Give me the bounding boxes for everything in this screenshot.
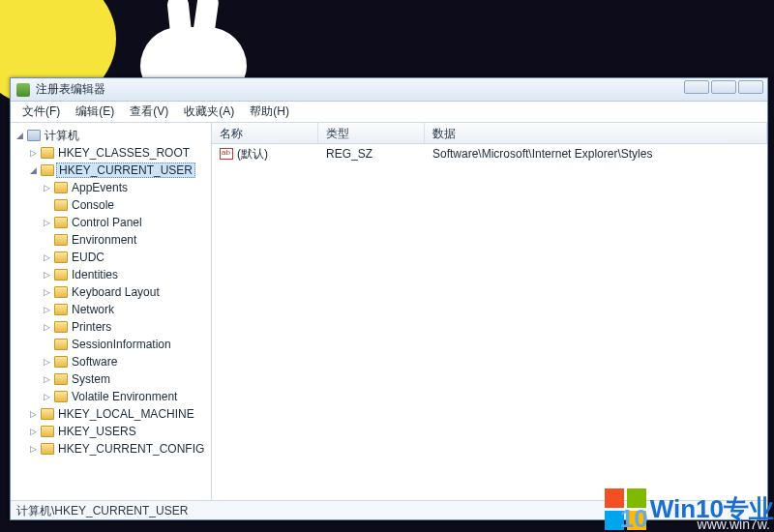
tree-node-hku[interactable]: ▷HKEY_USERS bbox=[26, 423, 209, 440]
folder-icon bbox=[54, 286, 68, 298]
tree-node-printers[interactable]: ▷Printers bbox=[40, 318, 209, 336]
expand-icon[interactable]: ▷ bbox=[42, 252, 52, 263]
expand-icon[interactable]: ▷ bbox=[42, 374, 52, 385]
menu-favorites[interactable]: 收藏夹(A) bbox=[178, 102, 240, 122]
regedit-window: 注册表编辑器 文件(F) 编辑(E) 查看(V) 收藏夹(A) 帮助(H) ◢ bbox=[10, 77, 768, 520]
expand-icon[interactable]: ▷ bbox=[42, 270, 52, 281]
collapse-icon[interactable]: ◢ bbox=[15, 131, 25, 141]
minimize-button[interactable] bbox=[684, 80, 709, 94]
tree-node-network[interactable]: ▷Network bbox=[40, 301, 209, 318]
tree-node-controlpanel[interactable]: ▷Control Panel bbox=[40, 214, 209, 231]
folder-icon bbox=[54, 321, 68, 333]
watermark-url: www.win7w. bbox=[698, 517, 770, 532]
regedit-icon bbox=[16, 83, 30, 97]
titlebar[interactable]: 注册表编辑器 bbox=[11, 78, 767, 102]
tree-node-keyboard[interactable]: ▷Keyboard Layout bbox=[40, 283, 209, 301]
expand-icon[interactable]: ▷ bbox=[28, 427, 39, 437]
folder-icon bbox=[54, 234, 68, 246]
expand-icon[interactable]: ▷ bbox=[28, 409, 39, 420]
tree-node-software[interactable]: ▷Software bbox=[40, 353, 209, 370]
expand-icon[interactable]: ▷ bbox=[42, 218, 52, 228]
expand-icon[interactable]: ▷ bbox=[28, 444, 39, 455]
string-value-icon bbox=[220, 148, 233, 160]
folder-icon bbox=[54, 182, 68, 193]
folder-icon bbox=[54, 339, 68, 350]
tree-node-hkcu[interactable]: ◢ HKEY_CURRENT_USER bbox=[26, 162, 209, 179]
expand-icon[interactable]: ▷ bbox=[42, 357, 52, 368]
list-header: 名称 类型 数据 bbox=[212, 123, 767, 144]
col-header-type[interactable]: 类型 bbox=[318, 123, 425, 143]
folder-icon bbox=[54, 304, 68, 315]
folder-icon bbox=[54, 269, 68, 281]
menu-edit[interactable]: 编辑(E) bbox=[70, 102, 120, 122]
tree-node-appevents[interactable]: ▷AppEvents bbox=[40, 179, 209, 196]
col-header-data[interactable]: 数据 bbox=[425, 123, 767, 143]
expand-icon[interactable]: ▷ bbox=[42, 392, 52, 402]
folder-icon bbox=[54, 373, 68, 385]
folder-icon bbox=[41, 426, 54, 437]
tree-node-session[interactable]: SessionInformation bbox=[40, 336, 209, 353]
tree-node-eudc[interactable]: ▷EUDC bbox=[40, 249, 209, 266]
folder-icon bbox=[54, 391, 68, 402]
folder-icon bbox=[41, 147, 54, 159]
expand-icon[interactable]: ▷ bbox=[42, 287, 52, 298]
expand-icon[interactable]: ▷ bbox=[42, 305, 52, 315]
folder-icon bbox=[54, 217, 68, 228]
tree-node-hkcr[interactable]: ▷ HKEY_CLASSES_ROOT bbox=[26, 144, 209, 162]
tree-node-hklm[interactable]: ▷HKEY_LOCAL_MACHINE bbox=[26, 405, 209, 423]
tree-node-console[interactable]: Console bbox=[40, 196, 209, 214]
tree-node-environment[interactable]: Environment bbox=[40, 231, 209, 249]
value-name: (默认) bbox=[237, 147, 268, 161]
folder-icon bbox=[54, 251, 68, 263]
folder-icon bbox=[41, 164, 54, 176]
values-pane: 名称 类型 数据 (默认) REG_SZ Software\Microsoft\… bbox=[212, 123, 767, 500]
value-type: REG_SZ bbox=[318, 147, 425, 161]
menu-help[interactable]: 帮助(H) bbox=[244, 102, 295, 122]
bunny-graphic bbox=[131, 0, 285, 87]
menu-file[interactable]: 文件(F) bbox=[16, 102, 66, 122]
tree-node-system[interactable]: ▷System bbox=[40, 370, 209, 388]
window-title: 注册表编辑器 bbox=[36, 81, 761, 98]
expand-icon[interactable]: ▷ bbox=[28, 148, 39, 159]
tree-pane[interactable]: ◢ 计算机 ▷ HKEY_CLASSES_ROOT bbox=[11, 123, 212, 500]
close-button[interactable] bbox=[738, 80, 763, 94]
menu-view[interactable]: 查看(V) bbox=[124, 102, 174, 122]
value-row[interactable]: (默认) REG_SZ Software\Microsoft\Internet … bbox=[212, 144, 767, 163]
folder-icon bbox=[41, 443, 54, 455]
tree-node-identities[interactable]: ▷Identities bbox=[40, 266, 209, 283]
tree-node-volatile[interactable]: ▷Volatile Environment bbox=[40, 388, 209, 405]
collapse-icon[interactable]: ◢ bbox=[28, 165, 39, 176]
menubar: 文件(F) 编辑(E) 查看(V) 收藏夹(A) 帮助(H) bbox=[11, 102, 767, 123]
col-header-name[interactable]: 名称 bbox=[212, 123, 318, 143]
tree-node-hkcc[interactable]: ▷HKEY_CURRENT_CONFIG bbox=[26, 440, 209, 458]
expand-icon[interactable]: ▷ bbox=[42, 183, 52, 193]
tree-node-computer[interactable]: ◢ 计算机 bbox=[13, 127, 209, 144]
folder-icon bbox=[54, 356, 68, 368]
windows-logo-icon: 10 bbox=[605, 488, 646, 530]
status-path: 计算机\HKEY_CURRENT_USER bbox=[16, 504, 188, 517]
value-data: Software\Microsoft\Internet Explorer\Sty… bbox=[425, 147, 767, 161]
expand-icon[interactable]: ▷ bbox=[42, 322, 52, 333]
folder-icon bbox=[41, 408, 54, 420]
computer-icon bbox=[27, 130, 41, 141]
maximize-button[interactable] bbox=[711, 80, 736, 94]
folder-icon bbox=[54, 199, 68, 211]
